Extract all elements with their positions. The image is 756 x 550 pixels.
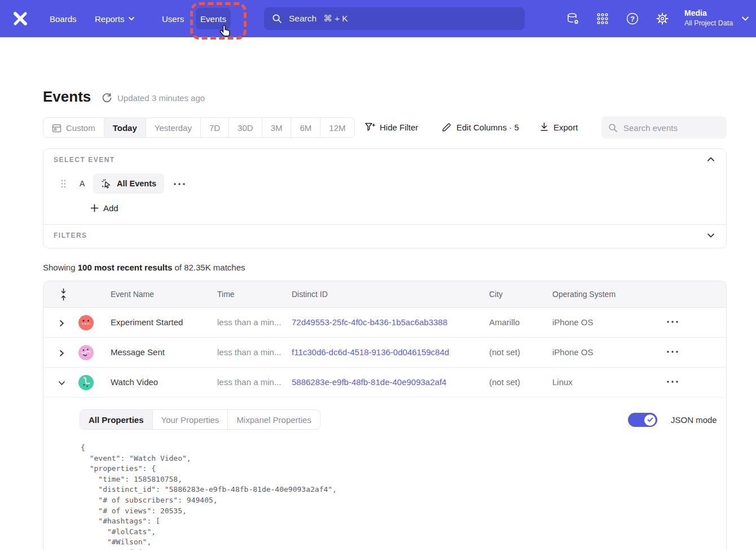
properties-tabs: All Properties Your Properties Mixpanel … xyxy=(80,409,320,430)
cell-time: less than a min... xyxy=(217,347,281,357)
date-range-control: Custom Today Yesterday 7D 30D 3M 6M 12M xyxy=(43,117,355,138)
top-navbar: Boards Reports Users Events Search ⌘ + K xyxy=(0,0,756,37)
collapse-row-icon[interactable] xyxy=(58,381,65,386)
summary-suffix: of 82.35K matches xyxy=(174,263,245,272)
help-icon[interactable]: ? xyxy=(626,12,639,25)
tab-label: All Properties xyxy=(89,415,144,425)
download-icon xyxy=(539,122,549,132)
date-range-yesterday[interactable]: Yesterday xyxy=(146,118,201,137)
add-event-button[interactable]: Add xyxy=(90,203,118,213)
event-more-icon[interactable] xyxy=(173,182,186,186)
svg-text:?: ? xyxy=(630,15,635,23)
tab-your-properties[interactable]: Your Properties xyxy=(153,410,228,429)
date-range-today[interactable]: Today xyxy=(104,118,146,137)
project-scope: All Project Data xyxy=(684,19,733,28)
col-header-distinct-id[interactable]: Distinct ID xyxy=(292,290,328,299)
page-title: Events xyxy=(43,88,91,106)
date-range-30d[interactable]: 30D xyxy=(229,118,262,137)
project-selector[interactable]: Media All Project Data xyxy=(684,8,733,28)
mixpanel-logo[interactable] xyxy=(11,10,29,28)
table-row[interactable]: Message Sent less than a min... f11c30d6… xyxy=(43,338,726,368)
cell-os: Linux xyxy=(552,377,573,387)
date-range-6m[interactable]: 6M xyxy=(291,118,320,137)
cell-time: less than a min... xyxy=(217,317,281,327)
tab-mixpanel-properties[interactable]: Mixpanel Properties xyxy=(228,410,320,429)
row-more-icon[interactable] xyxy=(666,320,679,324)
cell-event-name: Message Sent xyxy=(111,347,165,357)
nav-item-label: Reports xyxy=(95,14,125,24)
calendar-icon xyxy=(52,123,61,133)
cell-time: less than a min... xyxy=(217,377,281,387)
chevron-down-icon xyxy=(128,16,135,21)
edit-columns-button[interactable]: Edit Columns · 5 xyxy=(442,122,519,132)
col-header-city[interactable]: City xyxy=(489,290,503,299)
event-avatar xyxy=(78,345,94,360)
search-events-input[interactable] xyxy=(623,123,714,133)
plus-icon xyxy=(90,204,99,212)
tab-label: Mixpanel Properties xyxy=(236,415,311,425)
nav-item-boards[interactable]: Boards xyxy=(50,0,77,37)
add-label: Add xyxy=(103,203,118,213)
avatar-face xyxy=(78,315,94,330)
date-range-3m[interactable]: 3M xyxy=(262,118,292,137)
date-range-12m[interactable]: 12M xyxy=(320,118,354,137)
search-icon xyxy=(608,123,618,133)
hide-filter-button[interactable]: Hide Filter xyxy=(364,122,418,132)
json-mode-toggle[interactable] xyxy=(628,413,657,427)
tab-all-properties[interactable]: All Properties xyxy=(80,410,153,429)
edit-columns-label: Edit Columns · 5 xyxy=(456,123,519,132)
date-range-label: 6M xyxy=(300,123,311,133)
chevron-up-icon[interactable] xyxy=(707,156,715,162)
events-page: Events Updated 3 minutes ago Custom Toda… xyxy=(0,37,756,550)
cell-distinct-id-link[interactable]: 72d49553-25fc-4f0c-b436-1b5ac6ab3388 xyxy=(292,317,447,327)
col-header-time[interactable]: Time xyxy=(217,290,235,299)
cell-event-name: Experiment Started xyxy=(111,317,183,327)
date-range-7d[interactable]: 7D xyxy=(201,118,229,137)
col-header-os[interactable]: Operating System xyxy=(552,290,616,299)
expand-row-icon[interactable] xyxy=(59,320,64,327)
cell-city: (not set) xyxy=(489,377,520,387)
all-events-icon xyxy=(101,178,112,189)
toggle-knob xyxy=(644,414,656,426)
chevron-down-icon[interactable] xyxy=(741,16,749,21)
drag-handle-icon[interactable] xyxy=(60,179,67,189)
data-management-icon[interactable] xyxy=(566,12,580,25)
apps-grid-icon[interactable] xyxy=(596,12,609,25)
row-more-icon[interactable] xyxy=(666,380,679,383)
project-name: Media xyxy=(684,8,733,19)
event-avatar xyxy=(78,315,94,330)
export-label: Export xyxy=(553,123,578,132)
collapse-all-icon[interactable] xyxy=(59,288,68,301)
date-range-label: Today xyxy=(113,123,137,133)
table-row-expanded[interactable]: Watch Video less than a min... 5886283e-… xyxy=(43,368,726,398)
tab-label: Your Properties xyxy=(161,415,219,425)
cell-city: Amarillo xyxy=(489,317,520,327)
refresh-icon[interactable] xyxy=(102,93,112,103)
date-range-custom[interactable]: Custom xyxy=(43,118,104,137)
global-search-input[interactable]: Search ⌘ + K xyxy=(264,7,525,30)
chevron-down-icon[interactable] xyxy=(707,233,715,238)
check-icon xyxy=(647,417,653,422)
cell-os: iPhone OS xyxy=(552,347,594,357)
row-more-icon[interactable] xyxy=(666,350,679,353)
settings-gear-icon[interactable] xyxy=(656,12,669,25)
date-range-label: 30D xyxy=(238,123,253,133)
search-shortcut-hint: ⌘ + K xyxy=(323,14,348,24)
event-selector-pill[interactable]: All Events xyxy=(93,173,164,194)
cell-distinct-id-link[interactable]: 5886283e-e9fb-48fb-81de-40e9093a2af4 xyxy=(292,377,446,387)
expand-row-icon[interactable] xyxy=(59,350,64,357)
results-summary: Showing 100 most recent results of 82.35… xyxy=(43,263,245,272)
nav-item-reports[interactable]: Reports xyxy=(95,0,135,37)
cell-distinct-id-link[interactable]: f11c30d6-dc6d-4518-9136-0d046159c84d xyxy=(292,347,449,357)
pencil-icon xyxy=(442,122,452,132)
summary-prefix: Showing xyxy=(43,263,76,272)
search-placeholder: Search xyxy=(289,14,317,24)
query-builder-card: SELECT EVENT A All Events xyxy=(43,149,727,248)
nav-item-events-active[interactable]: Events xyxy=(196,8,231,29)
export-button[interactable]: Export xyxy=(539,122,578,132)
table-row[interactable]: Experiment Started less than a min... 72… xyxy=(43,308,726,338)
col-header-event-name[interactable]: Event Name xyxy=(111,290,154,299)
last-updated-text: Updated 3 minutes ago xyxy=(117,93,205,103)
nav-item-users[interactable]: Users xyxy=(162,0,184,37)
search-icon xyxy=(272,14,282,24)
